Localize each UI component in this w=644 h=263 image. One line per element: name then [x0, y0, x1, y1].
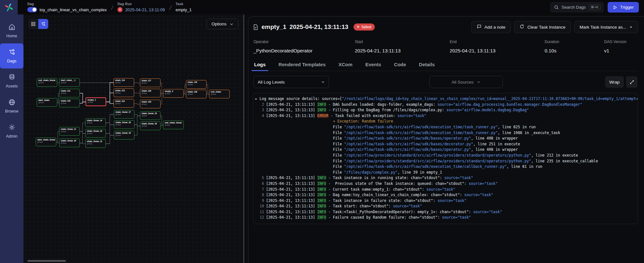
meta-value: 0.10s	[545, 48, 604, 53]
dag-node-chain_t10[interactable]: chain_t10@Task✓ success	[59, 99, 80, 107]
log-source-select[interactable]: All Sources	[429, 76, 503, 88]
node-title: empty_2	[165, 90, 182, 92]
sidebar-item-dags[interactable]: Dags	[0, 43, 23, 68]
dag-node-chain_t16[interactable]: chain_t16@Task⊘ upstream_failed	[140, 89, 161, 97]
dag-node-chain_t19[interactable]: chain_t19@Task⊘ upstream_failed	[186, 80, 207, 89]
graph-options-button[interactable]: Options	[207, 19, 238, 29]
run-failed-icon: ✕	[117, 7, 123, 12]
dag-node-start_chain[interactable]: start_chain@Task✓ success	[37, 98, 57, 107]
dag-node-chain_linear_t2[interactable]: chain_linear_t2@Task✓ success	[85, 139, 106, 148]
grid-view-button[interactable]	[28, 19, 38, 29]
x-icon: ✕	[356, 24, 360, 29]
tab-events[interactable]: Events	[365, 59, 382, 71]
node-title: chain_linear_t7	[115, 111, 133, 113]
tab-code[interactable]: Code	[393, 59, 407, 71]
sidebar-item-admin[interactable]: Admin	[0, 119, 23, 144]
clear-task-instance-button[interactable]: Clear Task Instance	[514, 21, 571, 33]
node-status-pill: ✓ success	[37, 146, 48, 146]
log-line-number	[253, 159, 264, 164]
fullscreen-button[interactable]	[626, 76, 638, 88]
log-line: 2[2025-04-21, 13:11:13] INFO - DAG bundl…	[253, 102, 638, 108]
tab-xcom[interactable]: XCom	[338, 59, 353, 71]
node-status-pill: ⊘ upstream_failed	[142, 108, 158, 108]
search-input[interactable]: Search Dags ⌘+K	[550, 2, 604, 13]
dag-run-link[interactable]: 2025-04-21, 13:11:09	[125, 7, 165, 12]
dag-enabled-toggle[interactable]	[27, 7, 37, 12]
node-status-pill: ✓ success	[165, 129, 175, 129]
log-level-value: All Log Levels	[258, 80, 285, 85]
tab-bar: LogsRendered TemplatesXComEventsCodeDeta…	[253, 59, 638, 71]
meta-start: Start2025-04-21, 13:11:13	[355, 40, 450, 53]
trigger-button[interactable]: Trigger	[608, 2, 639, 13]
node-operator: @Task	[38, 102, 56, 104]
node-operator: @Task	[61, 131, 78, 132]
node-title: chain_t12	[115, 100, 133, 102]
node-title: chain_linear_t1	[61, 128, 78, 130]
dag-node-chain_t12[interactable]: chain_t12@Task⊘ upstream_failed	[114, 99, 134, 108]
tab-details[interactable]: Details	[418, 59, 435, 71]
dag-node-chain_linear_t0[interactable]: chain_linear_t0@Task✓ success	[59, 139, 80, 147]
dag-node-chain_linear_t1[interactable]: chain_linear_t1@Task✓ success	[59, 127, 80, 136]
dag-node-chain_linear_t7[interactable]: chain_linear_t7@Task✓ success	[114, 110, 134, 119]
dag-node-chain_linear_t4[interactable]: chain_linear_t4@Task✓ success	[85, 118, 106, 127]
caret-down-icon	[629, 25, 633, 29]
node-operator: @Task	[142, 125, 159, 127]
dag-node-start_chain_linear[interactable]: start_chain_linear@Task✓ success	[36, 138, 56, 146]
node-title: chain_t15	[142, 101, 159, 103]
dag-node-empty_2[interactable]: empty_2@Task⊘ upstream_failed	[163, 89, 184, 98]
node-title: chain_linear_t2	[87, 140, 104, 142]
dag-node-chain_linear_t8[interactable]: chain_linear_t8@Task✓ success	[140, 122, 161, 130]
browse-icon	[8, 99, 15, 107]
log-line: File "/opt/airflow/task-sdk/src/airflow/…	[253, 141, 638, 147]
log-line: 6[2025-04-21, 13:11:13] INFO - Previous …	[253, 181, 638, 187]
meta-label: DAG Version	[604, 40, 638, 44]
node-operator: @Task	[61, 82, 78, 84]
dag-node-chain_linear_t9[interactable]: chain_linear_t9@Task✓ success	[140, 111, 161, 120]
node-status-pill: ✓ success	[87, 127, 97, 127]
log-level-select[interactable]: All Log Levels	[253, 76, 329, 88]
dag-node-chain_linear_t6[interactable]: chain_linear_t6@Task✓ success	[114, 120, 134, 129]
dag-node-chain_t13[interactable]: chain_t13@Task⊘ upstream_failed	[114, 88, 134, 97]
node-title: chain_t14	[115, 79, 133, 81]
node-operator: @Task	[115, 82, 133, 84]
dag-name-link[interactable]: toy_chain_linear_vs_chain_complex	[40, 7, 107, 12]
tab-rendered-templates[interactable]: Rendered Templates	[278, 59, 326, 71]
dag-node-empty_1[interactable]: empty_1@Task✕ failed	[86, 97, 106, 106]
dag-node-chain_t14[interactable]: chain_t14@Task⊘ upstream_failed	[114, 78, 134, 87]
tab-logs[interactable]: Logs	[253, 59, 266, 71]
log-line: File "/files/dags/complex.py", line 39 i…	[253, 170, 638, 176]
dag-edge	[80, 123, 85, 132]
dag-node-chain_t18[interactable]: chain_t18@Task⊘ upstream_failed	[186, 90, 207, 98]
log-output[interactable]: ▸ Log message source details: sources=["…	[253, 93, 638, 224]
graph-horizontal-scrollbar[interactable]	[27, 260, 66, 262]
graph-view-button[interactable]	[38, 19, 48, 29]
dag-node-end_chain_linear[interactable]: end_chain_linear@Task✓ success	[163, 121, 184, 129]
dag-node-end_chain[interactable]: end_chain@Task⊘ upstream_failed	[209, 90, 230, 98]
node-operator: @Task	[61, 142, 78, 144]
airflow-logo[interactable]	[0, 0, 18, 14]
mark-task-instance-as-button[interactable]: Mark Task Instance as...	[574, 21, 638, 33]
dag-node-chain_linear_t3[interactable]: chain_linear_t3@Task✓ success	[85, 129, 106, 138]
meta-label: Duration	[545, 40, 604, 44]
meta-end: End2025-04-21, 13:11:13	[450, 40, 545, 53]
log-line-number: 12	[253, 215, 264, 221]
dag-node-chain_t17[interactable]: chain_t17@Task⊘ upstream_failed	[140, 78, 161, 87]
log-line: 12[2025-04-21, 13:11:13] INFO - Failure …	[253, 215, 638, 221]
sidebar-item-assets[interactable]: Assets	[0, 68, 23, 94]
node-status-pill: ✓ success	[142, 130, 152, 130]
log-line-number	[253, 170, 264, 176]
log-line-number: 2	[253, 102, 264, 108]
dag-edge	[134, 114, 140, 116]
refresh-icon	[520, 24, 524, 30]
dag-node-chain_linear_t5[interactable]: chain_linear_t5@Task✓ success	[114, 131, 134, 140]
wrap-button[interactable]: Wrap	[605, 76, 624, 88]
sidebar-item-browse[interactable]: Browse	[0, 94, 23, 119]
log-line-number: 5	[253, 175, 264, 181]
dag-node-chain_t11[interactable]: chain_t11@Task✓ success	[59, 89, 80, 97]
sidebar-item-home[interactable]: Home	[0, 18, 23, 43]
log-line-number	[253, 153, 264, 159]
dag-node-chain_t15[interactable]: chain_t15@Task⊘ upstream_failed	[140, 100, 161, 108]
add-note-button[interactable]: Add a note	[471, 21, 511, 33]
dag-node-start_chain__1[interactable]: start_chain__1@Task✓ success	[59, 78, 80, 87]
dag-node-end_chain_linear__1[interactable]: end_chain_linear__1@Task✓ success	[37, 78, 57, 87]
